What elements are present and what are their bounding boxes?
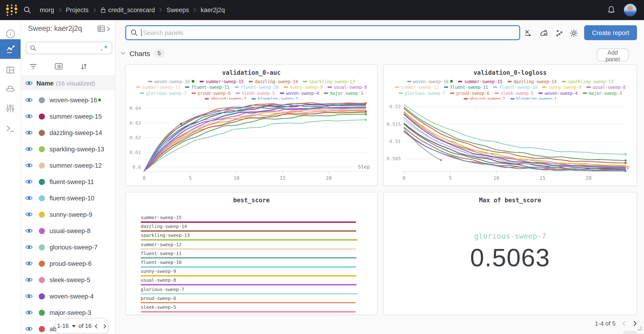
run-list-item[interactable]: sparkling-sweep-13	[20, 141, 115, 157]
breadcrumb-item[interactable]: morg	[40, 6, 54, 13]
outliers-icon[interactable]	[554, 29, 564, 37]
svg-text:20: 20	[586, 175, 592, 181]
run-list-item[interactable]: fluent-sweep-11	[20, 174, 115, 190]
run-list-item[interactable]: sleek-sweep-5	[20, 272, 115, 288]
eye-icon[interactable]	[25, 310, 33, 315]
bar-row[interactable]: glorious-sweep-7	[141, 287, 362, 294]
run-list-item[interactable]: fluent-sweep-10	[20, 190, 115, 206]
run-list-item[interactable]: summer-sweep-12	[20, 157, 115, 174]
panel-validation-0-auc[interactable]: validation_0-auc woven-sweep-16summer-sw…	[125, 64, 378, 186]
panel-best-score[interactable]: best_score summer-sweep-15dazzling-sweep…	[125, 192, 378, 315]
panel-search-input[interactable]	[142, 29, 519, 37]
chevron-down-icon[interactable]	[120, 51, 126, 55]
terminal-icon[interactable]	[0, 119, 20, 138]
gear-icon[interactable]	[569, 29, 579, 37]
run-list-item[interactable]: dazzling-sweep-14	[20, 124, 115, 141]
search-icon[interactable]	[23, 6, 31, 14]
bar-row[interactable]: sparkling-sweep-13	[141, 233, 362, 241]
eye-icon[interactable]	[25, 277, 33, 283]
svg-text:Step: Step	[358, 164, 370, 170]
smoothing-iron-icon[interactable]	[538, 29, 549, 37]
bar-row[interactable]: summer-sweep-12	[141, 242, 362, 250]
eye-icon[interactable]	[25, 195, 33, 201]
eye-icon[interactable]	[25, 113, 33, 119]
run-list-item[interactable]: sunny-sweep-9	[20, 206, 115, 223]
run-search-input[interactable]	[39, 44, 100, 52]
resize-handle[interactable]	[638, 326, 642, 330]
bar-row[interactable]: fluent-sweep-11	[141, 251, 362, 259]
bell-icon[interactable]	[607, 5, 616, 14]
prev-page-icon[interactable]	[94, 324, 98, 329]
bar-label: dazzling-sweep-14	[141, 224, 362, 229]
line-chart[interactable]: 0.5050.510.5150.52Step05101520	[384, 65, 637, 186]
run-name: summer-sweep-12	[50, 162, 102, 169]
chevron-right-icon[interactable]	[106, 26, 110, 31]
eye-icon[interactable]	[25, 261, 33, 266]
svg-text:10: 10	[493, 175, 499, 181]
run-list-actions	[20, 59, 115, 73]
svg-text:0.63: 0.63	[130, 120, 141, 126]
breadcrumb-item[interactable]: Sweeps	[166, 6, 189, 13]
bar-row[interactable]: summer-sweep-15	[141, 215, 362, 223]
wandb-logo-icon[interactable]	[5, 3, 19, 17]
prev-panels-icon[interactable]	[622, 321, 626, 327]
svg-text:0.6: 0.6	[132, 164, 141, 170]
eye-icon[interactable]	[25, 80, 33, 86]
eye-icon[interactable]	[25, 97, 33, 103]
sweeps-hat-icon[interactable]	[0, 79, 20, 99]
next-page-icon[interactable]	[103, 324, 106, 329]
run-list-item[interactable]: summer-sweep-15	[20, 108, 115, 124]
run-list-item[interactable]: woven-sweep-16	[20, 92, 115, 108]
run-name: glorious-sweep-7	[50, 244, 98, 251]
eye-icon[interactable]	[25, 293, 33, 299]
eye-icon[interactable]	[25, 146, 33, 152]
bar-row[interactable]: sunny-sweep-9	[141, 269, 362, 276]
run-list-header[interactable]: Name (16 visualized)	[20, 76, 115, 90]
bar-row[interactable]: proud-sweep-6	[141, 296, 362, 304]
table-panel-icon[interactable]	[97, 25, 105, 32]
bar-label: sleek-sweep-5	[141, 305, 362, 310]
breadcrumb-item[interactable]: kaer2j2q	[201, 6, 225, 13]
filter-icon[interactable]	[20, 63, 46, 69]
run-list-item[interactable]: proud-sweep-6	[20, 255, 115, 272]
runs-table-icon[interactable]	[0, 60, 20, 80]
list-settings-icon[interactable]	[46, 63, 71, 70]
breadcrumb-item[interactable]: Projects	[66, 6, 89, 13]
run-color-dot	[39, 228, 45, 234]
bar-row[interactable]: usual-sweep-8	[141, 278, 362, 286]
line-chart[interactable]: 0.60.610.620.630.64Step05101520	[126, 65, 378, 186]
breadcrumb-item[interactable]: credit_scorecard	[100, 6, 155, 13]
sort-icon[interactable]	[71, 63, 96, 70]
eye-icon[interactable]	[25, 326, 33, 332]
bar-row[interactable]: fluent-sweep-10	[141, 260, 362, 268]
next-panels-icon[interactable]	[633, 321, 637, 327]
create-report-button[interactable]: Create report	[584, 25, 637, 40]
run-list-item[interactable]: woven-sweep-4	[20, 288, 115, 304]
eye-icon[interactable]	[25, 163, 33, 168]
run-color-dot	[39, 179, 45, 185]
breadcrumb-separator-icon	[159, 7, 162, 12]
eye-icon[interactable]	[25, 228, 33, 234]
bar-row[interactable]: sleek-sweep-5	[141, 305, 362, 312]
sliders-icon[interactable]	[0, 99, 20, 118]
panel-max-best-score[interactable]: Max of best_score glorious-sweep-7 0.506…	[383, 192, 637, 315]
avatar[interactable]	[624, 4, 636, 16]
charts-section-header[interactable]: Charts 5	[120, 49, 164, 57]
workspace-charts-icon[interactable]	[0, 39, 20, 59]
workspace-main: Create report Charts 5 Add panel validat…	[115, 20, 644, 334]
regex-toggle-icon[interactable]: .*	[100, 45, 108, 50]
run-list-item[interactable]: major-sweep-3	[20, 304, 115, 321]
x-axis-settings-icon[interactable]	[523, 29, 533, 37]
bar-row[interactable]: dazzling-sweep-14	[141, 224, 362, 232]
page-range[interactable]: 1-16	[57, 323, 69, 329]
eye-icon[interactable]	[25, 244, 33, 250]
add-panel-button[interactable]: Add panel	[597, 48, 628, 61]
run-name: usual-sweep-8	[50, 227, 91, 234]
eye-icon[interactable]	[25, 179, 33, 185]
eye-icon[interactable]	[25, 212, 33, 217]
panel-validation-0-logloss[interactable]: validation_0-logloss woven-sweep-16summe…	[383, 64, 637, 186]
bar-label: glorious-sweep-7	[141, 287, 362, 292]
run-list-item[interactable]: glorious-sweep-7	[20, 239, 115, 255]
run-list-item[interactable]: usual-sweep-8	[20, 223, 115, 239]
eye-icon[interactable]	[25, 130, 33, 135]
